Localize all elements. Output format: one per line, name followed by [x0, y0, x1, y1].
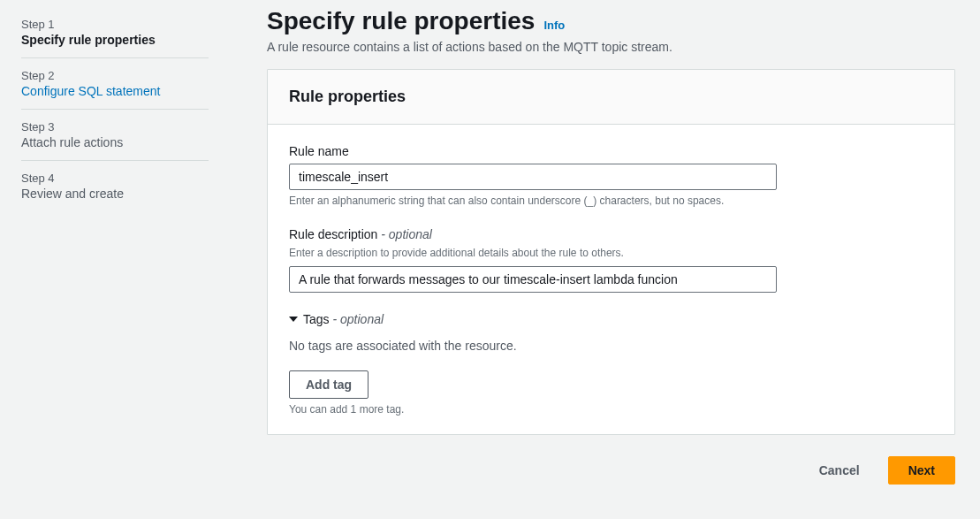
rule-name-group: Rule name Enter an alphanumeric string t…	[289, 144, 933, 209]
next-button[interactable]: Next	[888, 456, 955, 485]
step-3-label: Step 3	[21, 120, 209, 134]
tags-optional: - optional	[330, 312, 384, 326]
rule-description-group: Rule description - optional Enter a desc…	[289, 227, 933, 293]
tags-label-text: Tags	[303, 312, 330, 326]
rule-description-optional: - optional	[377, 227, 431, 241]
step-4-title: Review and create	[21, 187, 209, 201]
panel-title: Rule properties	[289, 88, 933, 106]
rule-description-label-text: Rule description	[289, 227, 377, 241]
step-4-label: Step 4	[21, 172, 209, 185]
tags-group: Tags - optional No tags are associated w…	[289, 312, 933, 417]
tags-toggle[interactable]: Tags - optional	[289, 312, 933, 326]
step-1[interactable]: Step 1 Specify rule properties	[21, 7, 209, 58]
tags-limit-help: You can add 1 more tag.	[289, 403, 933, 417]
rule-name-label: Rule name	[289, 144, 933, 158]
page-header: Specify rule properties Info A rule reso…	[267, 7, 955, 57]
rule-description-input[interactable]	[289, 266, 777, 293]
cancel-button[interactable]: Cancel	[803, 456, 876, 485]
panel-body: Rule name Enter an alphanumeric string t…	[268, 125, 954, 435]
page-title: Specify rule properties	[267, 7, 535, 35]
tags-empty-text: No tags are associated with the resource…	[289, 339, 933, 353]
step-3: Step 3 Attach rule actions	[21, 110, 209, 161]
step-1-title: Specify rule properties	[21, 33, 209, 47]
rule-name-help: Enter an alphanumeric string that can al…	[289, 195, 933, 209]
add-tag-button[interactable]: Add tag	[289, 370, 368, 399]
step-3-title: Attach rule actions	[21, 135, 209, 149]
rule-description-help: Enter a description to provide additiona…	[289, 247, 933, 261]
step-1-label: Step 1	[21, 18, 209, 31]
rule-name-input[interactable]	[289, 164, 777, 190]
rule-description-label: Rule description - optional	[289, 227, 933, 241]
step-2-label: Step 2	[21, 69, 209, 82]
step-4: Step 4 Review and create	[21, 161, 209, 211]
wizard-footer: Cancel Next	[267, 456, 955, 486]
page-subtitle: A rule resource contains a list of actio…	[267, 39, 955, 57]
step-2-title[interactable]: Configure SQL statement	[21, 84, 209, 98]
caret-down-icon	[289, 317, 298, 322]
step-2[interactable]: Step 2 Configure SQL statement	[21, 58, 209, 110]
panel-header: Rule properties	[268, 70, 954, 125]
wizard-stepper: Step 1 Specify rule properties Step 2 Co…	[0, 0, 230, 519]
info-link[interactable]: Info	[543, 19, 565, 32]
main-content: Specify rule properties Info A rule reso…	[230, 0, 980, 519]
rule-properties-panel: Rule properties Rule name Enter an alpha…	[267, 69, 955, 436]
